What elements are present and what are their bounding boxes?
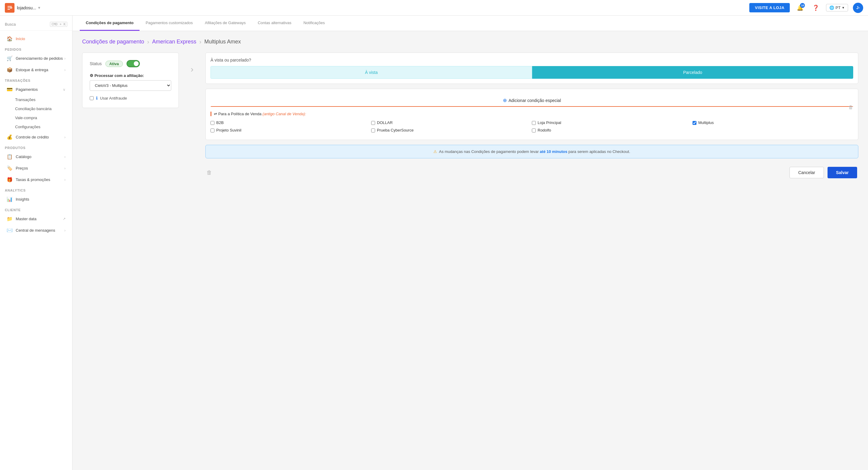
checkbox-projeto-suvinil[interactable] xyxy=(211,129,214,132)
process-label: ⚙ Processar com a afiliação: xyxy=(90,73,171,78)
sidebar-item-precos[interactable]: 🏷️ Preços › xyxy=(2,163,70,174)
tab-condicoes-pagamento[interactable]: Condições de pagamento xyxy=(80,16,140,31)
svg-marker-0 xyxy=(10,7,13,9)
sidebar-label-configuracoes: Configurações xyxy=(15,125,40,129)
breadcrumb-sep1: › xyxy=(147,38,149,45)
box-icon: 📦 xyxy=(7,67,13,73)
right-panel: À vista ou parcelado? À vista Parcelado … xyxy=(205,53,858,179)
sidebar-item-catalogo[interactable]: 📋 Catálogo › xyxy=(2,151,70,162)
chevron-right-icon: › xyxy=(64,155,65,159)
checkbox-prueba-cybersource[interactable] xyxy=(371,129,375,132)
globe-icon: 🌐 xyxy=(829,5,834,10)
cancel-button[interactable]: Cancelar xyxy=(789,167,824,178)
antifraude-label: Usar Antifraude xyxy=(100,96,127,100)
label-prueba-cybersource: Prueba CyberSource xyxy=(377,128,413,132)
two-panel: Status Ativa ⚙ Processar com a afiliação… xyxy=(82,53,858,179)
label-multiplus: Multiplus xyxy=(698,121,714,125)
policy-suffix: (antigo Canal de Venda): xyxy=(262,112,306,116)
sidebar-item-gerenciamento[interactable]: 🛒 Gerenciamento de pedidos › xyxy=(2,53,70,64)
payment-toggle-btns: À vista Parcelado xyxy=(211,66,853,79)
visit-store-button[interactable]: VISITE A LOJA xyxy=(749,3,790,12)
tabs-bar: Condições de pagamento Pagamentos custom… xyxy=(72,16,868,31)
checkbox-dollar[interactable] xyxy=(371,121,375,125)
help-button[interactable]: ❓ xyxy=(810,2,821,13)
breadcrumb-level1[interactable]: Condições de pagamento xyxy=(82,39,144,45)
sidebar-label-estoque: Estoque & entrega xyxy=(16,68,48,72)
cb-item-rodolfo: Rodolfo xyxy=(532,128,692,132)
sidebar-item-inicio[interactable]: 🏠 Início xyxy=(2,33,70,44)
tab-contas-alternativas[interactable]: Contas alternativas xyxy=(252,16,297,31)
checkbox-rodolfo[interactable] xyxy=(532,129,536,132)
tab-afiliações-gateways[interactable]: Afiliações de Gateways xyxy=(199,16,252,31)
label-dollar: DOLLAR xyxy=(377,121,393,125)
tab-pagamentos-customizados[interactable]: Pagamentos customizados xyxy=(140,16,199,31)
sidebar: Busca CMD + K 🏠 Início PEDIDOS 🛒 Gerenci… xyxy=(0,16,72,470)
sidebar-label-insights: Insights xyxy=(16,197,29,202)
policy-icon: ⇌ xyxy=(214,112,217,116)
notifications-button[interactable]: 🔔 10 xyxy=(795,2,805,13)
add-condition-label: Adicionar condição especial xyxy=(508,98,561,103)
chevron-down-icon: ▼ xyxy=(842,6,845,9)
checkbox-loja-principal[interactable] xyxy=(532,121,536,125)
sidebar-item-pagamentos[interactable]: 💳 Pagamentos ∨ xyxy=(2,84,70,95)
sidebar-label-conciliacao: Conciliação bancária xyxy=(15,106,52,111)
search-shortcut: CMD + K xyxy=(50,22,67,27)
cb-item-loja-principal: Loja Principal xyxy=(532,121,692,125)
sidebar-label-catalogo: Catálogo xyxy=(16,155,31,159)
status-toggle[interactable] xyxy=(127,60,140,67)
chevron-right-icon: › xyxy=(64,68,65,72)
sidebar-label-transacoes: Transações xyxy=(15,97,35,102)
sidebar-item-insights[interactable]: 📊 Insights xyxy=(2,194,70,205)
sidebar-item-vale-compra[interactable]: Vale-compra xyxy=(2,113,70,122)
cb-item-dollar: DOLLAR xyxy=(371,121,532,125)
delete-button[interactable]: 🗑 xyxy=(207,170,212,176)
status-badge: Ativa xyxy=(105,61,123,67)
btn-parcelado[interactable]: Parcelado xyxy=(532,66,853,79)
label-loja-principal: Loja Principal xyxy=(537,121,561,125)
external-link-icon: ↗ xyxy=(63,217,65,221)
sidebar-item-transacoes[interactable]: Transações xyxy=(2,95,70,104)
chevron-down-icon: ∨ xyxy=(63,88,65,92)
home-icon: 🏠 xyxy=(7,36,13,42)
breadcrumb-sep2: › xyxy=(199,38,202,45)
breadcrumb: Condições de pagamento › American Expres… xyxy=(82,38,858,45)
checkbox-b2b[interactable] xyxy=(211,121,214,125)
sidebar-item-taxas[interactable]: 🎁 Taxas & promoções › xyxy=(2,174,70,185)
sidebar-label-inicio: Início xyxy=(16,36,25,41)
process-label-text: Processar com a afiliação: xyxy=(95,73,144,78)
sidebar-item-conciliacao[interactable]: Conciliação bancária xyxy=(2,104,70,113)
chevron-right-icon: › xyxy=(64,166,65,170)
save-button[interactable]: Salvar xyxy=(828,167,857,178)
affiliation-select[interactable]: CieloV3 - Multiplus xyxy=(90,80,171,91)
sidebar-item-configuracoes[interactable]: Configurações xyxy=(2,123,70,131)
cb-item-prueba-cybersource: Prueba CyberSource xyxy=(371,128,532,132)
add-condition-button[interactable]: ⊕ Adicionar condição especial xyxy=(211,94,853,107)
delete-icon[interactable]: 🗑 xyxy=(848,105,853,110)
section-produtos: PRODUTOS xyxy=(0,143,72,151)
section-analytics: ANALYTICS xyxy=(0,186,72,193)
sidebar-search[interactable]: Busca CMD + K xyxy=(0,19,72,31)
store-selector[interactable]: lojadosu... ▼ xyxy=(17,5,41,10)
info-text: As mudanças nas Condições de pagamento p… xyxy=(439,149,630,154)
btn-avista[interactable]: À vista xyxy=(211,66,532,79)
tab-notificacoes[interactable]: Notificações xyxy=(298,16,331,31)
status-row: Status Ativa xyxy=(90,60,171,67)
section-pedidos: PEDIDOS xyxy=(0,45,72,53)
chevron-down-icon: ▼ xyxy=(37,6,41,10)
sidebar-item-central-mensagens[interactable]: ✉️ Central de mensagens › xyxy=(2,225,70,236)
notification-badge: 10 xyxy=(800,3,805,8)
sidebar-item-controle-credito[interactable]: 💰 Controle de crédito › xyxy=(2,132,70,143)
breadcrumb-level2[interactable]: American Express xyxy=(152,39,196,45)
policy-label: ⇌ Para a Política de Venda (antigo Canal… xyxy=(211,112,853,116)
cb-item-projeto-suvinil: Projeto Suvinil xyxy=(211,128,371,132)
card-icon: 💳 xyxy=(7,87,13,92)
brand-logo-icon xyxy=(5,3,14,13)
sidebar-label-precos: Preços xyxy=(16,166,28,170)
checkbox-multiplus[interactable] xyxy=(692,121,696,125)
user-avatar[interactable]: J- xyxy=(853,3,863,13)
antifraude-checkbox[interactable] xyxy=(90,96,94,100)
sidebar-item-estoque[interactable]: 📦 Estoque & entrega › xyxy=(2,64,70,75)
sidebar-item-master-data[interactable]: 📁 Master data ↗ xyxy=(2,213,70,225)
antifraude-checkbox-row: ℹ Usar Antifraude xyxy=(90,96,171,100)
language-button[interactable]: 🌐 PT ▼ xyxy=(826,4,848,11)
